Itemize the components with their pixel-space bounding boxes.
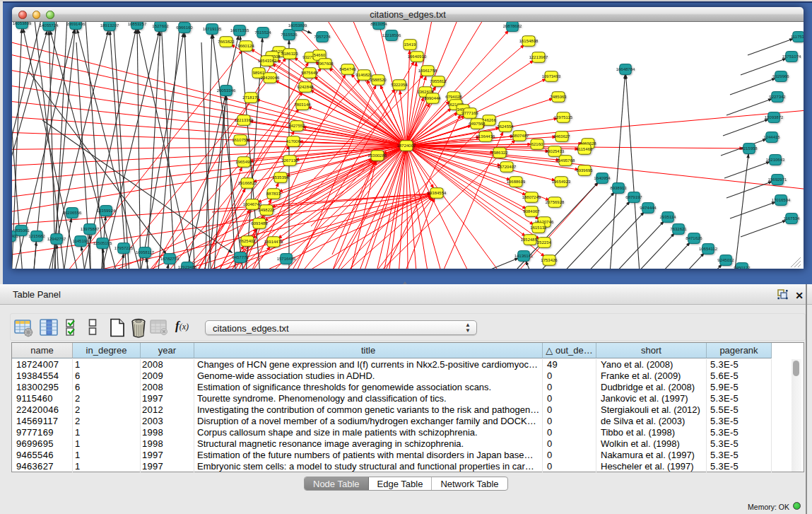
svg-text:6966160: 6966160 bbox=[176, 25, 193, 30]
svg-text:1244415: 1244415 bbox=[763, 135, 780, 139]
svg-text:16961758: 16961758 bbox=[418, 69, 437, 73]
svg-text:16640910: 16640910 bbox=[408, 54, 427, 59]
svg-text:12942757: 12942757 bbox=[47, 237, 66, 241]
svg-text:10719135: 10719135 bbox=[203, 27, 222, 31]
svg-text:2967608: 2967608 bbox=[317, 62, 334, 66]
svg-text:8454749: 8454749 bbox=[339, 67, 356, 71]
svg-text:1498222: 1498222 bbox=[258, 208, 275, 212]
svg-text:12359924: 12359924 bbox=[97, 209, 116, 213]
svg-text:15720407: 15720407 bbox=[498, 165, 517, 169]
svg-text:14055724: 14055724 bbox=[40, 23, 59, 28]
svg-text:5322054: 5322054 bbox=[391, 83, 408, 87]
svg-text:12923485: 12923485 bbox=[178, 265, 197, 269]
svg-text:19166822: 19166822 bbox=[238, 181, 257, 185]
svg-text:6794028: 6794028 bbox=[445, 95, 462, 99]
svg-text:20756928: 20756928 bbox=[546, 200, 565, 204]
svg-text:8186323: 8186323 bbox=[281, 52, 298, 56]
svg-text:16053809: 16053809 bbox=[13, 22, 32, 25]
svg-text:10853257: 10853257 bbox=[128, 22, 147, 26]
svg-text:17016504: 17016504 bbox=[772, 198, 791, 202]
svg-text:6879197: 6879197 bbox=[625, 195, 642, 199]
svg-text:1753426: 1753426 bbox=[541, 258, 558, 262]
svg-text:1640954: 1640954 bbox=[594, 176, 611, 180]
svg-text:7663822: 7663822 bbox=[218, 40, 235, 44]
svg-text:6939695: 6939695 bbox=[576, 168, 593, 173]
svg-text:5875645: 5875645 bbox=[301, 71, 318, 75]
svg-text:252234: 252234 bbox=[537, 240, 552, 245]
svg-text:8813054: 8813054 bbox=[370, 22, 387, 26]
svg-text:9474444: 9474444 bbox=[640, 206, 657, 210]
svg-text:1610755: 1610755 bbox=[232, 138, 249, 142]
svg-text:9084067: 9084067 bbox=[523, 209, 540, 214]
svg-text:15692971: 15692971 bbox=[768, 177, 787, 182]
svg-text:13975887: 13975887 bbox=[81, 227, 100, 231]
svg-text:19384554: 19384554 bbox=[428, 191, 447, 195]
svg-text:7955812: 7955812 bbox=[430, 79, 447, 83]
svg-text:2935114: 2935114 bbox=[660, 215, 677, 219]
svg-text:18807249: 18807249 bbox=[522, 195, 541, 199]
svg-text:3267130: 3267130 bbox=[281, 158, 298, 163]
svg-text:9146821: 9146821 bbox=[355, 73, 372, 77]
svg-text:12218506: 12218506 bbox=[382, 33, 401, 37]
svg-text:10807487: 10807487 bbox=[510, 134, 529, 138]
svg-text:16914479: 16914479 bbox=[264, 240, 283, 244]
svg-text:1535394: 1535394 bbox=[272, 175, 289, 180]
svg-text:14136141: 14136141 bbox=[514, 254, 534, 258]
svg-text:1588520: 1588520 bbox=[370, 78, 387, 82]
svg-text:3624554: 3624554 bbox=[497, 124, 514, 129]
svg-text:15419: 15419 bbox=[404, 42, 416, 47]
svg-text:9329966: 9329966 bbox=[772, 74, 789, 78]
svg-text:9242848: 9242848 bbox=[297, 85, 314, 89]
svg-text:1117534: 1117534 bbox=[791, 35, 804, 39]
svg-text:16782759: 16782759 bbox=[160, 257, 180, 261]
svg-text:16210643: 16210643 bbox=[766, 158, 785, 162]
svg-text:16154808: 16154808 bbox=[519, 39, 539, 43]
svg-text:12213369: 12213369 bbox=[235, 118, 254, 122]
svg-text:1527602: 1527602 bbox=[152, 24, 169, 28]
svg-text:9227342: 9227342 bbox=[769, 95, 786, 99]
svg-text:62160: 62160 bbox=[531, 142, 543, 146]
svg-text:8427552: 8427552 bbox=[288, 124, 305, 128]
svg-text:10654112: 10654112 bbox=[699, 247, 718, 251]
svg-text:54660: 54660 bbox=[314, 53, 326, 57]
svg-text:20206556: 20206556 bbox=[63, 211, 82, 215]
svg-text:7632621: 7632621 bbox=[670, 227, 687, 231]
svg-text:1145191: 1145191 bbox=[73, 239, 90, 243]
svg-text:8215958: 8215958 bbox=[741, 146, 758, 151]
svg-text:9115460: 9115460 bbox=[577, 147, 594, 151]
svg-text:1965493: 1965493 bbox=[235, 160, 252, 164]
svg-text:16648784: 16648784 bbox=[616, 67, 635, 71]
svg-text:18724007: 18724007 bbox=[397, 144, 416, 148]
svg-text:9463627: 9463627 bbox=[553, 134, 570, 139]
svg-text:887833: 887833 bbox=[266, 192, 281, 196]
svg-text:3915401: 3915401 bbox=[12, 234, 18, 238]
svg-text:98961: 98961 bbox=[253, 71, 265, 75]
svg-text:10688609: 10688609 bbox=[507, 180, 526, 184]
svg-text:9457771: 9457771 bbox=[232, 255, 249, 259]
svg-text:25300285: 25300285 bbox=[368, 153, 387, 158]
svg-text:16671355: 16671355 bbox=[230, 28, 249, 33]
svg-text:7986322: 7986322 bbox=[491, 151, 508, 155]
svg-text:19654923: 19654923 bbox=[552, 180, 571, 184]
svg-text:1615132: 1615132 bbox=[530, 226, 547, 230]
svg-text:1167534: 1167534 bbox=[784, 216, 801, 221]
svg-text:2718170: 2718170 bbox=[242, 95, 259, 100]
svg-text:7357274: 7357274 bbox=[314, 35, 331, 39]
svg-text:7485063: 7485063 bbox=[550, 95, 567, 99]
svg-text:9777169: 9777169 bbox=[461, 111, 478, 115]
svg-text:15716485: 15716485 bbox=[277, 257, 296, 261]
svg-text:17957225: 17957225 bbox=[114, 246, 134, 250]
svg-text:10046746: 10046746 bbox=[243, 202, 262, 206]
svg-text:15751074: 15751074 bbox=[782, 54, 801, 59]
svg-text:9245012: 9245012 bbox=[717, 258, 734, 262]
svg-text:6497568: 6497568 bbox=[469, 122, 486, 126]
svg-text:20053346: 20053346 bbox=[217, 88, 236, 93]
svg-text:9660124: 9660124 bbox=[237, 44, 254, 48]
svg-text:6093489: 6093489 bbox=[251, 221, 268, 226]
svg-text:16543362: 16543362 bbox=[258, 59, 277, 63]
svg-text:7625402: 7625402 bbox=[239, 239, 256, 243]
svg-text:7803144: 7803144 bbox=[294, 103, 311, 107]
svg-text:12093872: 12093872 bbox=[765, 115, 784, 119]
svg-text:10958117: 10958117 bbox=[136, 250, 155, 255]
svg-text:7515526: 7515526 bbox=[281, 33, 298, 37]
